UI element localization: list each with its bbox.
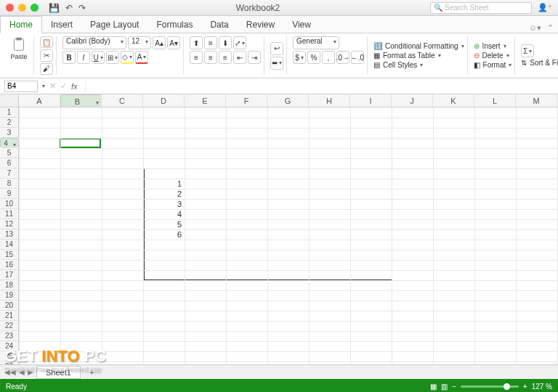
cell-D13[interactable]: 6 <box>143 229 185 240</box>
column-header-E[interactable]: E <box>185 94 226 107</box>
currency-icon[interactable]: $▾ <box>293 51 306 64</box>
column-header-D[interactable]: D <box>143 94 185 107</box>
align-middle-icon[interactable]: ≡ <box>204 36 217 49</box>
sort-filter-button[interactable]: ⇅Sort & Filter <box>521 59 558 67</box>
percent-icon[interactable]: % <box>307 51 320 64</box>
delete-cells-button[interactable]: ⊖Delete▾ <box>474 52 512 60</box>
tab-home[interactable]: Home <box>0 16 42 33</box>
indent-inc-icon[interactable]: ⇥ <box>248 51 261 64</box>
cell-D8[interactable]: 1 <box>143 179 185 189</box>
row-header-1[interactable]: 1 <box>0 107 19 118</box>
underline-button[interactable]: U▾ <box>92 51 105 64</box>
wrap-text-icon[interactable]: ↩ <box>270 42 283 55</box>
row-header-7[interactable]: 7 <box>0 168 19 179</box>
format-painter-icon[interactable]: 🖌 <box>40 63 53 75</box>
font-size-select[interactable]: 12 <box>128 36 151 49</box>
name-box[interactable] <box>4 81 38 92</box>
row-header-5[interactable]: 5 <box>0 148 19 158</box>
zoom-level[interactable]: 127 % <box>532 383 552 391</box>
formula-input[interactable] <box>85 81 554 92</box>
collapse-ribbon-icon[interactable]: ⌃ <box>547 23 554 33</box>
row-header-19[interactable]: 19 <box>0 290 19 301</box>
cut-icon[interactable]: ✂ <box>40 49 53 61</box>
view-normal-icon[interactable]: ▦ <box>430 383 437 391</box>
column-header-A[interactable]: A <box>19 94 60 107</box>
cancel-formula-icon[interactable]: ✕ <box>49 81 56 91</box>
row-header-3[interactable]: 3 <box>0 128 19 138</box>
column-header-G[interactable]: G <box>267 94 309 107</box>
cell-D9[interactable]: 2 <box>143 189 185 199</box>
align-right-icon[interactable]: ≡ <box>219 51 232 64</box>
row-header-11[interactable]: 11 <box>0 209 19 219</box>
column-header-J[interactable]: J <box>392 94 433 107</box>
align-center-icon[interactable]: ≡ <box>204 51 217 64</box>
cell-styles-button[interactable]: ▤Cell Styles▾ <box>373 61 464 69</box>
redo-icon[interactable]: ↷ <box>78 3 86 13</box>
tab-data[interactable]: Data <box>201 17 237 33</box>
conditional-formatting-button[interactable]: 🔢Conditional Formatting▾ <box>373 42 464 50</box>
zoom-out-icon[interactable]: − <box>452 383 456 391</box>
column-header-I[interactable]: I <box>350 94 392 107</box>
row-header-18[interactable]: 18 <box>0 280 19 290</box>
row-header-20[interactable]: 20 <box>0 301 19 311</box>
fx-icon[interactable]: fx <box>71 82 78 91</box>
help-icon[interactable]: ☺▾ <box>529 23 541 33</box>
decrease-font-icon[interactable]: A▾ <box>167 36 180 49</box>
indent-dec-icon[interactable]: ⇤ <box>233 51 246 64</box>
fill-color-button[interactable]: ◇▾ <box>121 51 134 64</box>
column-header-H[interactable]: H <box>309 94 350 107</box>
font-name-select[interactable]: Calibri (Body) <box>62 36 126 49</box>
inc-decimal-icon[interactable]: .0→ <box>336 51 349 64</box>
increase-font-icon[interactable]: A▴ <box>153 36 166 49</box>
border-button[interactable]: ⊞▾ <box>106 51 119 64</box>
tab-formulas[interactable]: Formulas <box>147 17 201 33</box>
row-header-15[interactable]: 15 <box>0 250 19 260</box>
cell-D12[interactable]: 5 <box>143 219 185 229</box>
format-cells-button[interactable]: ◧Format▾ <box>474 61 512 69</box>
row-header-9[interactable]: 9 <box>0 189 19 199</box>
tab-view[interactable]: View <box>283 17 320 33</box>
maximize-icon[interactable] <box>31 4 39 12</box>
row-header-8[interactable]: 8 <box>0 179 19 189</box>
tab-page-layout[interactable]: Page Layout <box>81 17 147 33</box>
number-format-select[interactable]: General <box>293 36 339 49</box>
row-header-17[interactable]: 17 <box>0 270 19 280</box>
confirm-formula-icon[interactable]: ✓ <box>60 81 67 91</box>
comma-icon[interactable]: , <box>322 51 335 64</box>
italic-button[interactable]: I <box>77 51 90 64</box>
merge-icon[interactable]: ⬌▾ <box>270 57 283 70</box>
minimize-icon[interactable] <box>18 4 26 12</box>
cell-D10[interactable]: 3 <box>143 199 185 209</box>
tab-review[interactable]: Review <box>238 17 283 33</box>
paste-button[interactable]: Paste <box>7 36 31 60</box>
align-bottom-icon[interactable]: ⬇ <box>219 36 232 49</box>
row-header-4[interactable]: 4 <box>0 138 19 148</box>
save-icon[interactable]: 💾 <box>49 3 60 13</box>
column-header-L[interactable]: L <box>474 94 516 107</box>
row-header-6[interactable]: 6 <box>0 158 19 168</box>
close-icon[interactable] <box>6 4 14 12</box>
autosum-icon[interactable]: Σ▾ <box>521 44 534 57</box>
format-as-table-button[interactable]: ▦Format as Table▾ <box>373 52 464 60</box>
row-header-23[interactable]: 23 <box>0 331 19 341</box>
search-input[interactable]: 🔍 Search Sheet <box>430 2 532 14</box>
row-header-2[interactable]: 2 <box>0 118 19 128</box>
row-header-16[interactable]: 16 <box>0 260 19 270</box>
align-top-icon[interactable]: ⬆ <box>190 36 203 49</box>
zoom-slider[interactable] <box>461 385 519 388</box>
row-header-12[interactable]: 12 <box>0 219 19 229</box>
column-header-F[interactable]: F <box>226 94 267 107</box>
column-header-B[interactable]: B <box>60 94 102 107</box>
column-header-C[interactable]: C <box>102 94 143 107</box>
share-icon[interactable]: 👤⁺ <box>538 3 552 12</box>
undo-icon[interactable]: ↶ <box>65 3 73 13</box>
column-header-M[interactable]: M <box>516 94 557 107</box>
copy-icon[interactable]: 📋 <box>40 36 53 48</box>
cell-D11[interactable]: 4 <box>143 209 185 219</box>
window-controls[interactable] <box>6 4 39 12</box>
align-left-icon[interactable]: ≡ <box>190 51 203 64</box>
row-header-21[interactable]: 21 <box>0 311 19 321</box>
tab-insert[interactable]: Insert <box>42 17 81 33</box>
name-box-dropdown-icon[interactable]: ▾ <box>42 83 45 89</box>
column-header-K[interactable]: K <box>433 94 474 107</box>
